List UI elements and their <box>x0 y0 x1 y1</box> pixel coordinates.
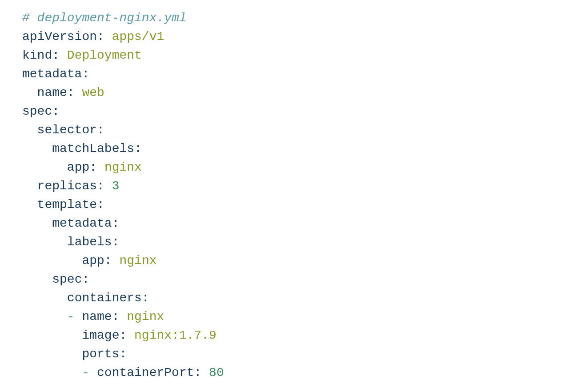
colon: : <box>112 310 120 324</box>
yaml-key: replicas <box>37 179 97 193</box>
colon: : <box>97 30 104 44</box>
yaml-key: ports <box>82 347 119 361</box>
colon: : <box>97 179 104 193</box>
yaml-number: 3 <box>112 179 120 193</box>
colon: : <box>194 366 201 380</box>
colon: : <box>104 254 112 268</box>
colon: : <box>134 142 142 156</box>
colon: : <box>97 123 104 137</box>
yaml-key: image <box>82 328 119 342</box>
yaml-key: kind <box>22 48 52 62</box>
colon: : <box>112 216 120 230</box>
yaml-key: name <box>82 310 112 324</box>
yaml-key: app <box>67 160 89 174</box>
yaml-comment: # deployment-nginx.yml <box>22 11 187 25</box>
colon: : <box>119 347 127 361</box>
colon: : <box>52 104 60 118</box>
yaml-key: labels <box>67 235 112 249</box>
yaml-value: nginx:1.7.9 <box>134 328 216 342</box>
colon: : <box>52 48 60 62</box>
colon: : <box>142 291 149 305</box>
yaml-value: apps/v1 <box>112 30 164 44</box>
yaml-value: nginx <box>127 310 164 324</box>
yaml-key: metadata <box>22 67 82 81</box>
yaml-key: containerPort <box>97 366 194 380</box>
yaml-value: nginx <box>104 160 142 174</box>
colon: : <box>67 86 75 100</box>
yaml-key: template <box>37 198 97 212</box>
yaml-number: 80 <box>209 366 224 380</box>
colon: : <box>97 198 104 212</box>
colon: : <box>112 235 120 249</box>
colon: : <box>82 67 89 81</box>
colon: : <box>82 272 89 286</box>
yaml-value: web <box>82 86 104 100</box>
yaml-key: containers <box>67 291 142 305</box>
yaml-dash: - <box>67 310 75 324</box>
yaml-key: matchLabels <box>52 142 134 156</box>
yaml-dash: - <box>82 366 89 380</box>
yaml-value: nginx <box>119 254 156 268</box>
colon: : <box>119 328 127 342</box>
yaml-value: Deployment <box>67 48 142 62</box>
yaml-key: apiVersion <box>22 30 97 44</box>
yaml-code-block: # deployment-nginx.yml apiVersion: apps/… <box>22 9 547 382</box>
yaml-key: selector <box>37 123 97 137</box>
yaml-key: metadata <box>52 216 112 230</box>
yaml-key: spec <box>22 104 52 118</box>
yaml-key: spec <box>52 272 82 286</box>
yaml-key: name <box>37 86 67 100</box>
colon: : <box>89 160 97 174</box>
yaml-key: app <box>82 254 104 268</box>
